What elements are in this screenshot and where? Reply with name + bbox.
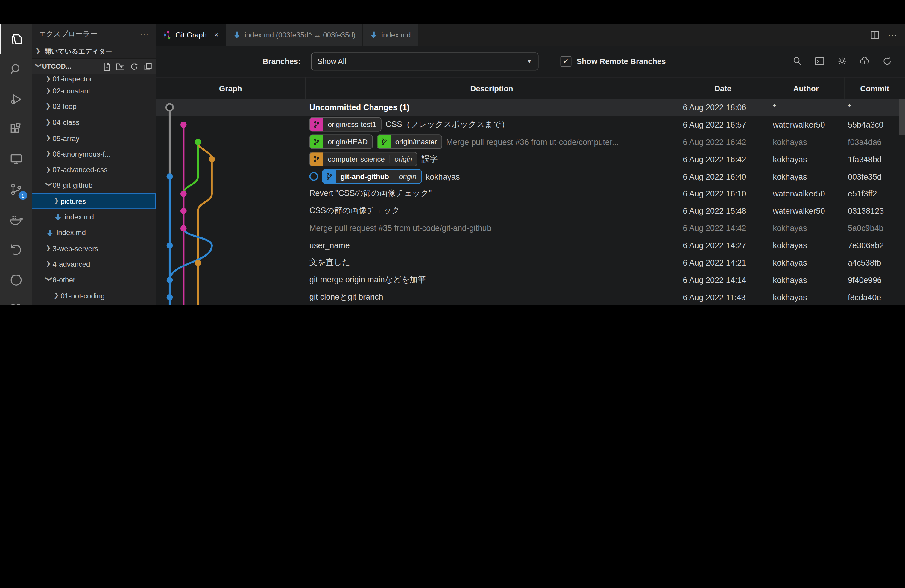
refresh-icon[interactable]: [130, 62, 138, 71]
commit-date: 6 Aug 2022 15:48: [678, 206, 768, 216]
branch-icon: [377, 135, 391, 148]
branch-badge[interactable]: git-and-githuborigin: [322, 169, 422, 184]
commit-date: 6 Aug 2022 16:57: [678, 120, 768, 129]
commit-message: CSS（フレックスボックスまで）: [386, 119, 509, 130]
tree-folder-07-advanced-css[interactable]: ❯07-advanced-css: [32, 162, 156, 178]
settings-gear-icon[interactable]: [837, 56, 847, 67]
workspace-name: UTCOD...: [42, 63, 71, 70]
tree-folder-4-advanced[interactable]: ❯4-advanced: [32, 257, 156, 272]
branches-dropdown[interactable]: Show All ▼: [311, 52, 539, 70]
search-icon[interactable]: [792, 56, 802, 67]
tree-folder-02-constant[interactable]: ❯02-constant: [32, 83, 156, 99]
tree-item-label: 06-anonymous-f...: [52, 150, 110, 158]
tree-item-label: 8-other: [52, 276, 75, 284]
chevron-right-icon: ❯: [46, 150, 52, 157]
tree-file-index.md[interactable]: index.md: [32, 209, 156, 225]
chevron-right-icon: ❯: [46, 244, 52, 252]
tab-index-md-diff[interactable]: index.md (003fe35d^ ↔ 003fe35d): [226, 24, 363, 46]
new-folder-icon[interactable]: [116, 62, 125, 71]
tree-folder-pictures[interactable]: ❯pictures: [32, 194, 156, 209]
tree-folder-8-other[interactable]: ❯8-other: [32, 272, 156, 288]
extensions-icon[interactable]: [0, 114, 32, 144]
chevron-right-icon: ❯: [35, 47, 42, 54]
branch-icon: [310, 135, 323, 148]
branch-icon: [310, 118, 323, 131]
scrollbar-thumb[interactable]: [899, 99, 905, 135]
commit-date: 6 Aug 2022 18:06: [678, 103, 768, 112]
tree-item-label: 07-advanced-css: [52, 166, 108, 174]
branch-icon: [322, 170, 336, 183]
remote-explorer-icon[interactable]: [0, 144, 32, 174]
refresh-icon[interactable]: [882, 56, 892, 67]
source-control-icon[interactable]: 1: [0, 174, 32, 204]
commit-author: kokhayas: [768, 154, 845, 164]
tree-folder-01-inspector[interactable]: ❯01-inspector: [32, 74, 156, 83]
tree-file-index.md[interactable]: index.md: [32, 225, 156, 241]
commit-hash: f03a4da6: [844, 137, 905, 147]
tree-folder-06-anonymous-f...[interactable]: ❯06-anonymous-f...: [32, 146, 156, 162]
markdown-down-icon: [370, 31, 377, 39]
tree-folder-02-static-dynamic[interactable]: ❯02-static-dynamic: [32, 304, 156, 305]
pull-request-icon[interactable]: [0, 295, 32, 305]
collapse-all-icon[interactable]: [144, 62, 152, 71]
tab-index-md[interactable]: index.md: [363, 24, 418, 46]
chevron-down-icon: ▼: [526, 58, 532, 64]
close-icon[interactable]: ×: [214, 30, 219, 39]
commit-author: kokhayas: [768, 258, 845, 267]
tree-folder-08-git-github[interactable]: ❯08-git-github: [32, 178, 156, 194]
commit-message: Uncommitted Changes (1): [310, 103, 410, 112]
search-icon[interactable]: [0, 54, 32, 84]
commit-message: 誤字: [421, 154, 438, 164]
commit-hash: 55b4a3c0: [844, 120, 905, 129]
docker-icon[interactable]: [0, 205, 32, 234]
workspace-section[interactable]: ❯ UTCOD...: [32, 58, 156, 74]
commit-hash: 7e306ab2: [844, 241, 905, 250]
show-remote-label: Show Remote Branches: [577, 57, 666, 65]
commit-graph: [156, 99, 306, 305]
editor-more-icon[interactable]: ···: [888, 30, 897, 40]
branch-badge[interactable]: origin/HEAD: [310, 135, 373, 149]
show-remote-checkbox[interactable]: ✓: [560, 56, 572, 67]
terminal-icon[interactable]: [814, 56, 825, 67]
explorer-more-icon[interactable]: ···: [140, 30, 149, 38]
chevron-right-icon: ❯: [46, 75, 52, 83]
branch-badge[interactable]: origin/master: [377, 135, 442, 149]
branch-badge[interactable]: computer-scienceorigin: [310, 152, 418, 167]
tree-folder-01-not-coding[interactable]: ❯01-not-coding: [32, 288, 156, 304]
commit-hash: e51f3ff2: [844, 189, 905, 199]
branch-icon: [310, 153, 323, 165]
tree-item-label: index.md: [57, 229, 86, 237]
commit-hash: *: [844, 103, 905, 112]
new-file-icon[interactable]: [102, 62, 111, 71]
branch-badge[interactable]: origin/css-test1: [310, 118, 381, 132]
branches-label: Branches:: [262, 57, 300, 65]
cloud-download-icon[interactable]: [859, 56, 870, 67]
tree-folder-04-class[interactable]: ❯04-class: [32, 114, 156, 130]
undo-history-icon[interactable]: [0, 234, 32, 264]
explorer-icon[interactable]: [0, 24, 32, 54]
tree-folder-05-array[interactable]: ❯05-array: [32, 130, 156, 146]
tree-folder-3-web-servers[interactable]: ❯3-web-servers: [32, 241, 156, 257]
split-editor-icon[interactable]: [870, 30, 880, 40]
commit-message: 文を直した: [310, 257, 351, 268]
open-editors-section[interactable]: ❯ 開いているエディター: [32, 44, 156, 58]
tree-item-label: 05-array: [52, 134, 79, 142]
tree-item-label: pictures: [60, 197, 86, 205]
commit-message: Merge pull request #35 from ut-code/git-…: [310, 224, 491, 233]
commit-date: 6 Aug 2022 16:42: [678, 154, 768, 164]
commit-message: Merge pull request #36 from ut-code/comp…: [446, 137, 619, 147]
commit-message: kokhayas: [426, 172, 460, 181]
commit-date: 6 Aug 2022 16:10: [678, 189, 768, 199]
chevron-right-icon: ❯: [46, 134, 52, 141]
tree-item-label: 01-inspector: [52, 75, 92, 83]
explorer-title: エクスプローラー: [39, 29, 97, 39]
run-debug-icon[interactable]: [0, 84, 32, 114]
checked-out-ring-icon: [310, 172, 318, 181]
github-icon[interactable]: [0, 264, 32, 294]
chevron-right-icon: ❯: [46, 165, 52, 173]
commit-hash: 1fa348bd: [844, 154, 905, 164]
tree-folder-03-loop[interactable]: ❯03-loop: [32, 99, 156, 114]
tab-git-graph[interactable]: Git Graph ×: [156, 24, 226, 46]
commit-message: CSSの節の画像チェック: [310, 206, 400, 216]
markdown-down-icon: [233, 31, 241, 39]
